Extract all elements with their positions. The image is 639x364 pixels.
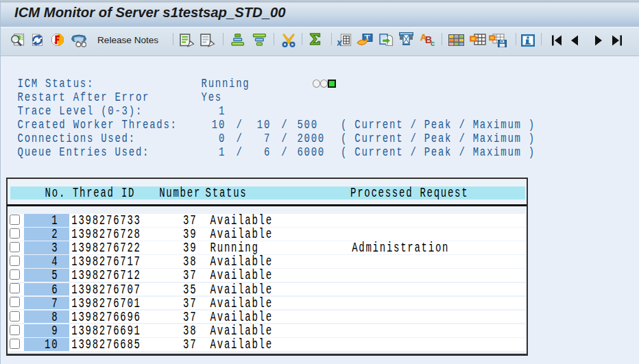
svg-text:c: c <box>431 39 435 47</box>
